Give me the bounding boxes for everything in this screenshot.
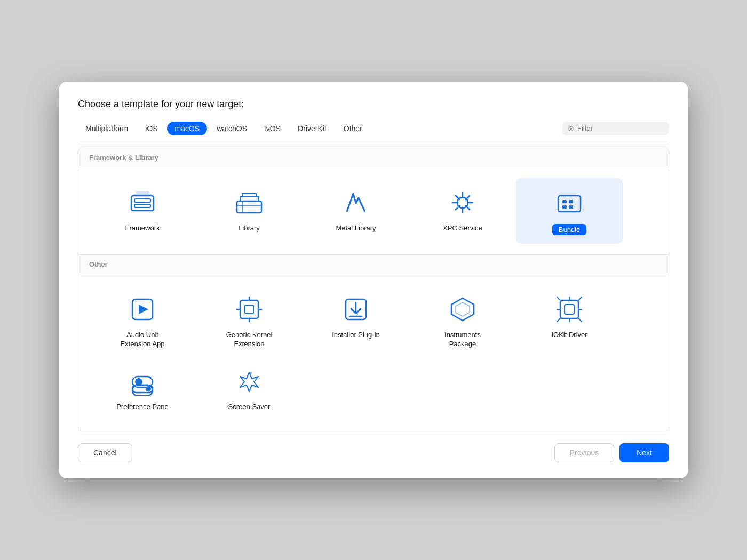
bundle-icon xyxy=(553,187,585,219)
template-item-instruments-package[interactable]: InstrumentsPackage xyxy=(409,285,516,357)
previous-button[interactable]: Previous xyxy=(554,443,614,462)
tab-tvos[interactable]: tvOS xyxy=(257,122,288,135)
tab-ios[interactable]: iOS xyxy=(138,122,165,135)
filter-wrap: ⊜ xyxy=(562,122,669,135)
installer-plugin-label: Installer Plug-in xyxy=(332,331,380,340)
bundle-label: Bundle xyxy=(552,224,586,235)
svg-line-39 xyxy=(557,297,560,300)
installer-plugin-icon xyxy=(340,293,372,325)
filter-icon: ⊜ xyxy=(568,124,574,133)
template-item-metal-library[interactable]: Metal Library xyxy=(303,178,409,244)
cancel-button[interactable]: Cancel xyxy=(78,443,132,462)
svg-line-42 xyxy=(578,318,582,322)
svg-rect-1 xyxy=(134,199,150,202)
library-label: Library xyxy=(239,224,260,233)
svg-rect-0 xyxy=(131,196,154,211)
svg-line-41 xyxy=(557,318,560,322)
framework-grid: Framework Library xyxy=(78,167,669,254)
iokit-driver-label: IOKit Driver xyxy=(551,331,587,340)
svg-rect-24 xyxy=(240,300,258,318)
svg-line-40 xyxy=(578,297,582,300)
tab-other[interactable]: Other xyxy=(336,122,370,135)
template-item-preference-pane[interactable]: Preference Pane xyxy=(89,357,196,420)
screen-saver-icon xyxy=(233,365,265,397)
section-header-other: Other xyxy=(78,255,669,274)
framework-icon xyxy=(126,187,158,219)
xpc-service-label: XPC Service xyxy=(443,224,482,233)
svg-rect-19 xyxy=(569,200,573,203)
tab-watchos[interactable]: watchOS xyxy=(209,122,255,135)
preference-pane-label: Preference Pane xyxy=(116,403,169,412)
dialog: Choose a template for your new target: M… xyxy=(59,82,688,479)
svg-rect-20 xyxy=(562,205,567,209)
generic-kernel-icon xyxy=(233,293,265,325)
svg-line-15 xyxy=(466,196,470,199)
preference-pane-icon xyxy=(126,365,158,397)
svg-line-13 xyxy=(456,196,459,199)
tabs-bar: Multiplatform iOS macOS watchOS tvOS Dri… xyxy=(78,122,669,141)
svg-rect-34 xyxy=(565,305,574,314)
audio-unit-icon xyxy=(126,293,158,325)
library-icon xyxy=(233,187,265,219)
svg-point-47 xyxy=(146,386,151,391)
generic-kernel-label: Generic KernelExtension xyxy=(226,331,273,349)
template-item-screen-saver[interactable]: Screen Saver xyxy=(196,357,303,420)
svg-rect-17 xyxy=(558,196,581,212)
framework-label: Framework xyxy=(125,224,160,233)
svg-rect-5 xyxy=(237,201,261,213)
iokit-driver-icon xyxy=(553,293,585,325)
svg-rect-2 xyxy=(134,204,150,207)
footer: Cancel Previous Next xyxy=(78,443,669,462)
footer-right: Previous Next xyxy=(554,443,669,462)
template-item-generic-kernel[interactable]: Generic KernelExtension xyxy=(196,285,303,357)
template-item-installer-plugin[interactable]: Installer Plug-in xyxy=(303,285,409,357)
template-item-bundle[interactable]: Bundle xyxy=(516,178,623,244)
svg-rect-3 xyxy=(133,194,152,196)
metal-library-icon xyxy=(340,187,372,219)
svg-rect-18 xyxy=(562,200,567,203)
svg-marker-23 xyxy=(139,305,148,314)
tab-driverkit[interactable]: DriverKit xyxy=(290,122,334,135)
svg-line-14 xyxy=(466,206,470,210)
content-area: Framework & Library Framework xyxy=(78,148,669,432)
template-item-library[interactable]: Library xyxy=(196,178,303,244)
template-item-xpc-service[interactable]: XPC Service xyxy=(409,178,516,244)
svg-rect-33 xyxy=(560,300,578,318)
svg-point-48 xyxy=(250,372,252,374)
template-item-iokit-driver[interactable]: IOKit Driver xyxy=(516,285,623,357)
tab-macos[interactable]: macOS xyxy=(167,122,207,135)
screen-saver-label: Screen Saver xyxy=(228,403,271,412)
metal-library-label: Metal Library xyxy=(336,224,376,233)
other-grid: Audio UnitExtension App Generic KernelE xyxy=(78,274,669,431)
section-header-framework: Framework & Library xyxy=(78,148,669,167)
tab-multiplatform[interactable]: Multiplatform xyxy=(78,122,136,135)
svg-line-16 xyxy=(456,206,459,210)
template-item-framework[interactable]: Framework xyxy=(89,178,196,244)
instruments-package-label: InstrumentsPackage xyxy=(444,331,481,349)
next-button[interactable]: Next xyxy=(619,443,669,462)
audio-unit-label: Audio UnitExtension App xyxy=(120,331,164,349)
instruments-package-icon xyxy=(447,293,479,325)
template-item-audio-unit[interactable]: Audio UnitExtension App xyxy=(89,285,196,357)
xpc-service-icon xyxy=(447,187,479,219)
dialog-title: Choose a template for your new target: xyxy=(78,99,669,110)
svg-rect-21 xyxy=(569,205,573,209)
filter-container: ⊜ xyxy=(562,122,669,135)
svg-rect-4 xyxy=(136,191,149,194)
svg-rect-25 xyxy=(245,305,253,314)
filter-input[interactable] xyxy=(577,124,664,132)
